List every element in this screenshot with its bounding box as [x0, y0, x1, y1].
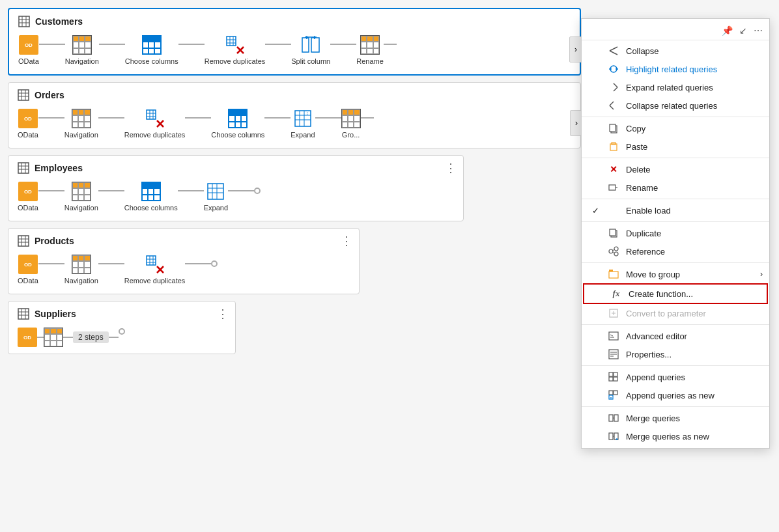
- connector: [98, 117, 124, 119]
- ctx-merge-queries[interactable]: Merge queries: [582, 409, 769, 427]
- svg-line-85: [613, 252, 614, 253]
- split-column-icon: [301, 35, 320, 55]
- svg-point-82: [614, 247, 618, 251]
- svg-rect-74: [610, 124, 616, 132]
- step-choose-columns-customers[interactable]: Choose columns: [125, 35, 178, 65]
- separator-8: [582, 406, 769, 407]
- query-card-orders[interactable]: Orders OD OData Navigation: [8, 82, 581, 148]
- step-expand-orders[interactable]: ↕ Expand: [290, 109, 315, 139]
- step-rename-customers[interactable]: Rename: [356, 35, 384, 65]
- connector: [228, 190, 254, 191]
- ctx-collapse[interactable]: Collapse: [582, 42, 769, 60]
- step-navigation-employees[interactable]: Navigation: [64, 182, 98, 212]
- connector: [178, 44, 205, 45]
- pin-icon[interactable]: 📌: [720, 24, 734, 37]
- svg-rect-52: [147, 256, 156, 265]
- connector: [264, 117, 290, 119]
- ctx-collapse-related[interactable]: Collapse related queries: [582, 96, 769, 115]
- svg-rect-19: [18, 90, 29, 100]
- query-card-customers[interactable]: Customers OD OData Navigation: [8, 8, 581, 76]
- ctx-move-to-group[interactable]: Move to group ›: [582, 265, 769, 283]
- separator-6: [582, 324, 769, 325]
- steps-row-customers: OD OData Navigation: [18, 35, 571, 65]
- step-navigation-products[interactable]: Navigation: [64, 255, 98, 285]
- svg-line-71: [610, 102, 614, 105]
- step-odata-customers[interactable]: OD OData: [18, 35, 39, 65]
- svg-line-72: [610, 105, 614, 109]
- three-dots-products[interactable]: ⋮: [341, 235, 352, 247]
- step-gro-orders[interactable]: Gro...: [341, 109, 361, 139]
- svg-rect-110: [609, 433, 613, 440]
- svg-point-83: [614, 252, 618, 256]
- connector: [99, 44, 125, 45]
- ctx-create-function[interactable]: fx Create function...: [583, 283, 768, 304]
- svg-rect-59: [18, 309, 29, 319]
- query-title-products: Products: [18, 235, 350, 247]
- ctx-append-queries[interactable]: Append queries: [582, 368, 769, 386]
- step-split-column-customers[interactable]: Split column: [291, 35, 330, 65]
- context-menu: 📌 ↙ ⋯ Collapse Highlight related queries: [581, 18, 770, 449]
- ctx-rename[interactable]: Rename: [582, 178, 769, 197]
- ctx-enable-load[interactable]: ✓ Enable load: [582, 201, 769, 219]
- steps-badge-suppliers: 2 steps: [73, 331, 109, 343]
- ctx-duplicate[interactable]: Duplicate: [582, 224, 769, 242]
- ctx-convert-to-parameter: Convert to parameter: [582, 304, 769, 322]
- ctx-properties[interactable]: Properties...: [582, 345, 769, 363]
- ctx-paste[interactable]: Paste: [582, 137, 769, 156]
- context-menu-top-bar: 📌 ↙ ⋯: [582, 21, 769, 40]
- query-title-customers: Customers: [18, 16, 571, 27]
- ctx-delete[interactable]: ✕ Delete: [582, 160, 769, 178]
- ctx-append-queries-new[interactable]: Append queries as new: [582, 386, 769, 404]
- ctx-highlight-related[interactable]: Highlight related queries: [582, 60, 769, 78]
- three-dots-suppliers[interactable]: ⋮: [217, 308, 229, 320]
- svg-rect-47: [18, 236, 29, 246]
- query-card-products[interactable]: ⋮ Products OD OData: [8, 228, 360, 294]
- ctx-copy[interactable]: Copy: [582, 119, 769, 137]
- scroll-right-customers[interactable]: ›: [569, 36, 582, 63]
- ctx-advanced-editor[interactable]: Advanced editor: [582, 327, 769, 345]
- svg-rect-42: [208, 184, 223, 199]
- svg-rect-5: [227, 36, 236, 46]
- query-card-employees[interactable]: ⋮ Employees OD OData: [8, 155, 464, 221]
- step-navigation-customers[interactable]: Navigation: [65, 35, 99, 65]
- remove-dup-icon: [225, 35, 245, 55]
- step-2-suppliers[interactable]: [44, 328, 63, 347]
- expand-icon-orders: ↕: [293, 109, 313, 128]
- expand-icon-employees: [206, 182, 225, 201]
- query-card-suppliers[interactable]: ⋮ Suppliers OD: [8, 301, 236, 354]
- table-icon-employees: [18, 162, 29, 174]
- ctx-reference[interactable]: Reference: [582, 242, 769, 260]
- minimize-icon[interactable]: ↙: [738, 24, 748, 37]
- more-icon[interactable]: ⋯: [752, 24, 764, 37]
- svg-line-70: [614, 87, 617, 91]
- steps-row-orders: OD OData Navigation: [18, 109, 571, 139]
- step-expand-employees[interactable]: Expand: [204, 182, 228, 212]
- step-navigation-orders[interactable]: Navigation: [64, 109, 98, 139]
- main-canvas: Customers OD OData Navigation: [0, 0, 779, 532]
- step-remove-dup-products[interactable]: Remove duplicates: [124, 255, 186, 285]
- step-1-suppliers[interactable]: OD: [18, 328, 37, 347]
- step-remove-dup-customers[interactable]: Remove duplicates: [205, 35, 266, 65]
- connector: [185, 263, 211, 264]
- ctx-expand-related[interactable]: Expand related queries: [582, 78, 769, 96]
- step-choose-columns-employees[interactable]: Choose columns: [124, 182, 178, 212]
- step-odata-orders[interactable]: OD OData: [18, 109, 38, 139]
- separator-7: [582, 365, 769, 366]
- remove-dup-icon-orders: [145, 109, 165, 128]
- three-dots-employees[interactable]: ⋮: [445, 162, 457, 174]
- step-odata-products[interactable]: OD OData: [18, 255, 38, 285]
- step-choose-columns-orders[interactable]: Choose columns: [211, 109, 264, 139]
- separator-5: [582, 262, 769, 263]
- step-remove-dup-orders[interactable]: Remove duplicates: [124, 109, 186, 139]
- ctx-merge-queries-new[interactable]: Merge queries as new: [582, 427, 769, 445]
- svg-rect-0: [19, 16, 29, 27]
- svg-rect-12: [302, 38, 309, 52]
- svg-point-81: [609, 249, 613, 253]
- remove-dup-icon-products: [145, 255, 165, 274]
- svg-rect-103: [614, 391, 617, 395]
- connector: [98, 190, 124, 191]
- connector: [38, 117, 64, 119]
- end-circle-employees: [254, 188, 261, 194]
- step-odata-employees[interactable]: OD OData: [18, 182, 38, 212]
- svg-line-69: [614, 83, 617, 87]
